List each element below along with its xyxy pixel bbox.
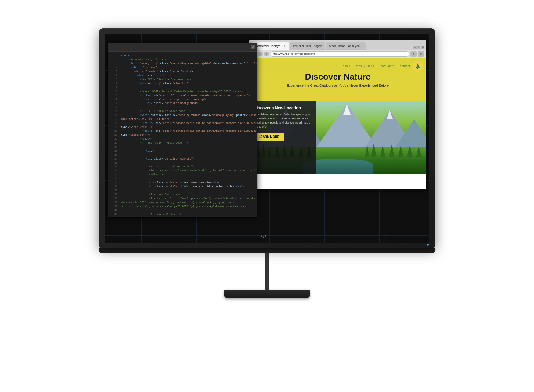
code-line: 11 <section id="module-1" class="breakou… xyxy=(108,94,257,98)
stand-neck xyxy=(265,253,269,290)
browser-chrome: Commercial Displays - HP Personal Email … xyxy=(249,40,426,58)
code-editor-window[interactable]: ✕ 1<body> 2 <!-- BEGIN Everything --> 3 … xyxy=(108,43,257,217)
code-line: 17ule1_mothers-day-20170511.jpg"> xyxy=(108,117,257,121)
editor-body: 1<body> 2 <!-- BEGIN Everything --> 3 <d… xyxy=(108,52,257,217)
panel-heading: Discover a New Location xyxy=(254,106,312,110)
svg-marker-22 xyxy=(389,145,395,157)
code-line: 18 <source src="http://storage.media.ext… xyxy=(108,121,257,125)
code-line: 20 <source src="http://storage.media.ext… xyxy=(108,129,257,133)
code-line: 27 <div class="container-content"> xyxy=(108,157,257,161)
nav-sep-1: | xyxy=(353,64,354,68)
code-line: 24 xyxy=(108,145,257,149)
browser-tab-2[interactable]: Personal Email - Angela xyxy=(290,42,325,50)
code-line: 15 <!-- BEGIN Ambient Video code --> xyxy=(108,110,257,113)
code-line: 13 <div class="container-background"> xyxy=(108,102,257,106)
code-line: 1<body> xyxy=(108,54,257,58)
code-line: 23 <!-- END Ambient Video code --> xyxy=(108,141,257,145)
browser-window[interactable]: Commercial Displays - HP Personal Email … xyxy=(249,40,426,189)
svg-marker-19 xyxy=(365,145,370,157)
code-line: 8 <div id="copy" class="clearfix"> xyxy=(108,82,257,86)
nav-sep-4: | xyxy=(397,64,398,68)
hero-title: Discover Nature xyxy=(305,72,371,82)
code-line: 6 <div class="body"> xyxy=(108,74,257,78)
browser-toolbar: ← → ↺ http://www.hp.com/commercialdispla… xyxy=(249,50,426,58)
code-line: 14 xyxy=(108,106,257,110)
nav-trips[interactable]: trips xyxy=(356,64,362,68)
code-line: 9 xyxy=(108,86,257,90)
code-line: 40 xyxy=(108,209,257,213)
svg-marker-24 xyxy=(407,145,413,157)
monitor-bezel: ✕ 1<body> 2 <!-- BEGIN Everything --> 3 … xyxy=(99,28,435,248)
svg-marker-20 xyxy=(371,144,377,157)
code-line: 34 <h1 class="whiteText1">With every chi… xyxy=(108,185,257,189)
code-line: 26 xyxy=(108,153,257,157)
nav-learn-more[interactable]: learn more xyxy=(380,64,394,68)
nav-about[interactable]: about xyxy=(343,64,350,68)
editor-close-button[interactable]: ✕ xyxy=(251,45,255,49)
svg-marker-25 xyxy=(416,147,422,157)
code-line: 41 <!-- Video Button --> xyxy=(108,213,257,217)
browser-maximize-button[interactable]: □ xyxy=(417,46,420,49)
learn-more-button[interactable]: LEARN MORE xyxy=(254,133,284,141)
code-line: 37 <!-- <a href="http://www8.hp.com/us/e… xyxy=(108,197,257,201)
code-line: 31 </div> --> xyxy=(108,173,257,177)
svg-marker-23 xyxy=(398,146,404,157)
code-line: 7 <!-- BEGIN Clearfix Container --> xyxy=(108,78,257,82)
code-line: 4 <div id="content"> xyxy=(108,66,257,70)
bottom-bezel xyxy=(99,248,435,253)
browser-tab-3[interactable]: Stock Photos - for all your... xyxy=(326,42,366,50)
screen-background: ✕ 1<body> 2 <!-- BEGIN Everything --> 3 … xyxy=(105,34,429,243)
monitor-stand xyxy=(224,253,310,298)
code-line: 29 <!-- <div class="text-video"> xyxy=(108,165,257,169)
browser-address-bar[interactable]: http://www.hp.com/commercialdisplays xyxy=(270,51,409,57)
nav-sep-2: | xyxy=(364,64,365,68)
svg-marker-21 xyxy=(380,146,386,157)
nav-sep-3: | xyxy=(377,64,377,68)
code-line: 16 <video autoplay loop id="hero-bg-vide… xyxy=(108,113,257,117)
editor-titlebar: ✕ xyxy=(108,43,257,52)
website-content: about | trips | shop | learn more | cont… xyxy=(249,58,426,189)
nav-shop[interactable]: shop xyxy=(367,64,374,68)
code-line: 21type="video/mp4" /> xyxy=(108,133,257,137)
code-line: 30 <img src="/country/us/en/images/Modul… xyxy=(108,169,257,173)
power-indicator xyxy=(427,244,429,246)
code-line: 3 <div id="everything" class="everything… xyxy=(108,62,257,66)
browser-tabs: Commercial Displays - HP Personal Email … xyxy=(249,40,426,50)
browser-bookmark-button[interactable]: ★ xyxy=(418,51,424,57)
code-line: 19type="video/webm" /> xyxy=(108,125,257,129)
browser-close-button[interactable]: ✕ xyxy=(421,46,424,49)
hero-subtitle: Experience the Great Outdoors as You've … xyxy=(287,84,389,87)
panel-text: Join Nature on a guided 5-day backpackin… xyxy=(254,113,312,129)
monitor-screen: ✕ 1<body> 2 <!-- BEGIN Everything --> 3 … xyxy=(105,34,429,243)
code-line: 5 <div id="header" class="header"></div> xyxy=(108,70,257,74)
browser-refresh-button[interactable]: ↺ xyxy=(264,52,269,56)
code-line: 25 <div> xyxy=(108,149,257,153)
monitor-wrapper: ✕ 1<body> 2 <!-- BEGIN Everything --> 3 … xyxy=(84,28,450,364)
code-line: 28 xyxy=(108,161,257,165)
svg-text:hp: hp xyxy=(261,233,266,238)
svg-rect-2 xyxy=(417,68,418,69)
stand-base xyxy=(224,290,310,298)
code-line: 39mo','id':'s_en_s1_jpg_banner-a3-mfp-20… xyxy=(108,205,257,209)
hero-section: Discover Nature Experience the Great Out… xyxy=(249,58,426,174)
code-line: 12 <div class="container parallax-tracki… xyxy=(108,98,257,102)
code-line: 32 xyxy=(108,177,257,181)
nature-logo xyxy=(412,61,423,72)
code-line: 38data-width="800" onmousedown="try{trac… xyxy=(108,201,257,205)
code-line: 35 xyxy=(108,189,257,193)
code-line: 22 </video> xyxy=(108,137,257,141)
nav-contact[interactable]: contact xyxy=(400,64,410,68)
hp-logo-screen: hp xyxy=(261,232,273,240)
browser-minimize-button[interactable]: – xyxy=(413,46,417,49)
browser-grid-button[interactable]: ⊞ xyxy=(410,51,417,57)
code-line: 2 <!-- BEGIN Everything --> xyxy=(108,58,257,62)
info-panel: Discover a New Location Join Nature on a… xyxy=(249,101,316,174)
code-line: 36 <!-- Link Button --> xyxy=(108,193,257,197)
code-line: 10 <!----- BEGIN Ambient Video Module 1 … xyxy=(108,90,257,94)
website-nav: about | trips | shop | learn more | cont… xyxy=(343,61,423,72)
browser-forward-button[interactable]: → xyxy=(258,52,263,56)
code-line: 33 <h3 class="whiteText1">Reinvent memor… xyxy=(108,181,257,185)
